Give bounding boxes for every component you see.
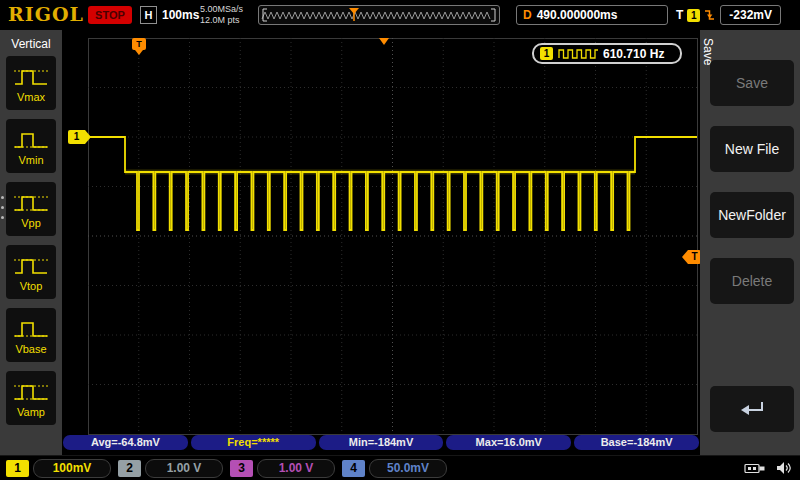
- right-menu-item-0[interactable]: Save: [710, 60, 794, 106]
- channel-status-bar: 1 100mV 2 1.00 V 3 1.00 V 4 50.0mV: [0, 455, 800, 480]
- timebase-value[interactable]: 100ms: [162, 6, 199, 24]
- measurement-results-bar: Avg=-64.8mV Freq=***** Min=-184mV Max=16…: [63, 435, 699, 450]
- channel1-position-marker[interactable]: 1: [68, 130, 85, 144]
- channel-3-scale: 1.00 V: [257, 459, 335, 478]
- delay-label: D: [523, 8, 532, 22]
- button-label: New File: [725, 141, 779, 157]
- menu-item-label: Vtop: [20, 280, 43, 292]
- right-menu-item-3[interactable]: Delete: [710, 258, 794, 304]
- speaker-icon: [776, 461, 792, 475]
- channel-2-tag: 2: [118, 460, 141, 477]
- channel-1-tag: 1: [6, 460, 29, 477]
- menu-item-vpp[interactable]: Vpp: [6, 182, 56, 236]
- delay-value: 490.000000ms: [537, 8, 618, 22]
- vpp-icon: [13, 190, 49, 216]
- counter-source-badge: 1: [540, 47, 553, 60]
- menu-item-label: Vmin: [18, 154, 43, 166]
- right-menu-item-1[interactable]: New File: [710, 126, 794, 172]
- measure-category-title: Vertical: [0, 37, 62, 51]
- measurement-item-1: Freq=*****: [191, 435, 316, 450]
- menu-item-label: Vpp: [21, 217, 41, 229]
- vmax-icon: [13, 64, 49, 90]
- measurement-item-0: Avg=-64.8mV: [63, 435, 188, 450]
- overview-waveform-icon: [259, 6, 499, 24]
- vmin-icon: [13, 127, 49, 153]
- run-state-badge[interactable]: STOP: [88, 6, 132, 24]
- menu-item-label: Vmax: [17, 91, 45, 103]
- menu-item-label: Vamp: [17, 406, 45, 418]
- menu-item-vbase[interactable]: Vbase: [6, 308, 56, 362]
- pulse-train-icon: [558, 48, 598, 60]
- sample-rate: 5.00MSa/s: [200, 4, 243, 15]
- menu-item-vtop[interactable]: Vtop: [6, 245, 56, 299]
- back-button[interactable]: [710, 386, 794, 432]
- channel-4-tag: 4: [342, 460, 365, 477]
- waveform-display: 1 T T 1 610.710 Hz Avg=-64.8mV Freq=****…: [62, 30, 700, 455]
- status-bar: RIGOL STOP H 100ms 5.00MSa/s 12.0M pts D…: [0, 0, 800, 30]
- screen-center-marker: [379, 38, 389, 45]
- acquisition-info: 5.00MSa/s 12.0M pts: [200, 4, 243, 26]
- channel-4-status[interactable]: 4 50.0mV: [342, 459, 447, 478]
- measurement-item-3: Max=16.0mV: [446, 435, 571, 450]
- falling-edge-icon: [704, 8, 716, 22]
- trigger-source-badge: 1: [687, 9, 700, 22]
- menu-item-vamp[interactable]: Vamp: [6, 371, 56, 425]
- menu-item-vmin[interactable]: Vmin: [6, 119, 56, 173]
- button-label: NewFolder: [718, 207, 786, 223]
- soft-menu-panel: Save Save New File NewFolder Delete: [700, 30, 800, 455]
- button-label: Save: [736, 75, 768, 91]
- return-arrow-icon: [738, 399, 766, 419]
- vbase-icon: [13, 316, 49, 342]
- trigger-position-marker[interactable]: T: [132, 38, 146, 50]
- measurement-item-2: Min=-184mV: [319, 435, 444, 450]
- usb-icon: [744, 462, 766, 475]
- vtop-icon: [13, 253, 49, 279]
- right-menu-item-2[interactable]: NewFolder: [710, 192, 794, 238]
- delay-readout[interactable]: D 490.000000ms: [516, 5, 668, 25]
- button-label: Delete: [732, 273, 772, 289]
- menu-item-label: Vbase: [15, 343, 46, 355]
- menu-item-vmax[interactable]: Vmax: [6, 56, 56, 110]
- status-icons: [744, 461, 792, 475]
- channel-2-scale: 1.00 V: [145, 459, 223, 478]
- channel-2-status[interactable]: 2 1.00 V: [118, 459, 223, 478]
- trigger-readout: T 1 -232mV: [676, 5, 781, 25]
- waveform-overview: [258, 5, 500, 25]
- channel-4-scale: 50.0mV: [369, 459, 447, 478]
- graticule-and-waveform: [62, 30, 700, 455]
- channel-1-status[interactable]: 1 100mV: [6, 459, 111, 478]
- oscilloscope-screen: RIGOL STOP H 100ms 5.00MSa/s 12.0M pts D…: [0, 0, 800, 480]
- measure-menu-panel: Vertical Vmax Vmin Vpp Vtop Vbase Vamp: [0, 30, 62, 455]
- memory-depth: 12.0M pts: [200, 15, 243, 26]
- vamp-icon: [13, 379, 49, 405]
- frequency-counter: 1 610.710 Hz: [532, 43, 682, 64]
- trigger-label: T: [676, 8, 683, 22]
- page-indicator-dots: [1, 196, 4, 219]
- counter-value: 610.710 Hz: [603, 47, 664, 61]
- rigol-logo: RIGOL: [8, 3, 84, 25]
- measurement-item-4: Base=-184mV: [574, 435, 699, 450]
- channel-3-status[interactable]: 3 1.00 V: [230, 459, 335, 478]
- trigger-level-value[interactable]: -232mV: [720, 5, 781, 25]
- channel-3-tag: 3: [230, 460, 253, 477]
- horizontal-label: H: [140, 6, 157, 24]
- channel-1-scale: 100mV: [33, 459, 111, 478]
